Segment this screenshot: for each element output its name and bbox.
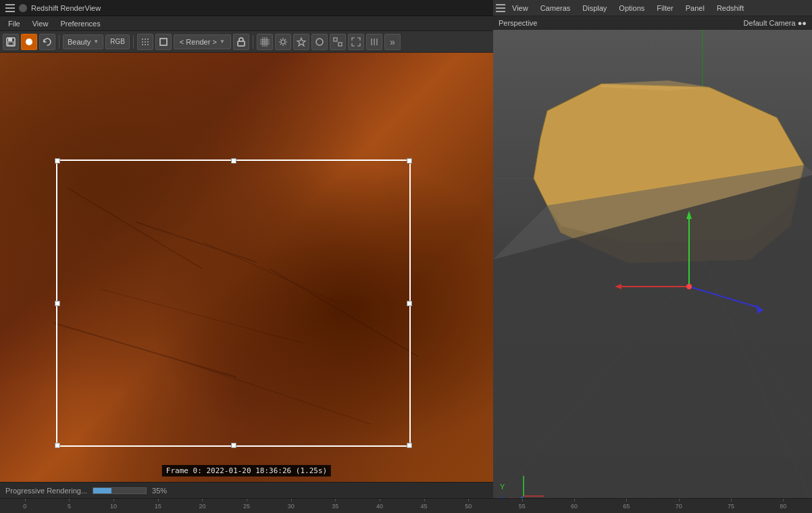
svg-text:X: X [510,496,515,498]
tick-30: 30 [269,503,313,510]
viewport-options-menu[interactable]: Options [613,3,650,14]
hamburger-icon[interactable] [5,4,15,12]
svg-point-12 [147,44,149,45]
viewport-cameras-menu[interactable]: Cameras [535,3,576,14]
svg-point-6 [147,39,149,40]
record-button[interactable] [21,34,37,50]
preferences-menu[interactable]: Preferences [55,18,105,29]
render-button[interactable]: < Render > ▼ [174,34,231,49]
beauty-dropdown[interactable]: Beauty ▼ [63,34,103,49]
rgb-label: RGB [110,38,125,45]
separator-2 [133,35,134,49]
frame-info: Frame 0: 2022-01-20 18:36:26 (1.25s) [162,465,331,477]
burst-button[interactable] [293,34,309,50]
rtick-55: 55 [496,503,548,510]
tick-20: 20 [180,503,225,510]
compare-button[interactable] [366,34,382,50]
rtick-60: 60 [548,503,600,510]
grid-toggle-button[interactable] [257,34,273,50]
crop-handle-tc[interactable] [231,158,236,164]
viewport-background: X Y Z [493,30,812,498]
status-bar: Progressive Rendering... 35% [0,482,493,498]
render-background: Frame 0: 2022-01-20 18:36:26 (1.25s) [0,53,493,482]
svg-text:Z: Z [500,496,505,498]
render-arrow: ▼ [220,39,225,45]
dropdown-arrow: ▼ [93,39,99,45]
viewport-view-menu[interactable]: View [507,3,534,14]
camera-label: Default Camera ●● [744,19,807,27]
svg-point-4 [142,39,143,40]
rtick-65: 65 [601,503,653,510]
crop-handle-bc[interactable] [231,443,236,448]
crop-handle-br[interactable] [407,443,412,448]
svg-text:Y: Y [500,483,505,491]
svg-line-26 [280,39,281,39]
grid-icon-button[interactable] [137,34,153,50]
timeline-right: 55 60 65 70 75 80 [493,498,812,513]
tick-10: 10 [91,503,136,510]
tick-15: 15 [136,503,180,510]
viewport-hamburger-icon[interactable] [496,4,505,12]
file-menu[interactable]: File [3,18,26,29]
progress-bar-fill [93,488,111,493]
viewport-canvas[interactable]: X Y Z [493,30,812,498]
crop-handle-bl[interactable] [55,443,60,448]
rgb-button[interactable]: RGB [105,34,130,49]
window-title: Redshift RenderView [31,4,101,12]
separator-3 [253,35,253,49]
svg-point-21 [281,40,285,44]
svg-point-9 [147,41,149,43]
svg-point-31 [316,39,323,45]
tick-5: 5 [47,503,92,510]
perspective-label: Perspective [499,19,537,27]
view-menu[interactable]: View [27,18,54,29]
viewport-filter-menu[interactable]: Filter [651,3,678,14]
svg-rect-14 [238,41,245,46]
rtick-75: 75 [705,503,757,510]
lock-button[interactable] [233,34,249,50]
separator-1 [59,35,59,49]
viewport-redshift-menu[interactable]: Redshift [711,3,749,14]
svg-line-29 [280,43,281,44]
rtick-70: 70 [653,503,705,510]
close-button[interactable] [19,4,27,12]
svg-rect-1 [8,38,12,41]
save-button[interactable] [3,34,19,50]
expand-button[interactable] [348,34,364,50]
crop-handle-mr[interactable] [407,301,412,306]
crop-handle-tr[interactable] [407,158,412,164]
svg-point-10 [142,44,143,45]
crop-handle-ml[interactable] [55,301,60,306]
render-canvas: Frame 0: 2022-01-20 18:36:26 (1.25s) [0,53,493,482]
rtick-80: 80 [757,503,809,510]
crop-handle-tl[interactable] [55,158,60,164]
progress-label: Progressive Rendering... [5,487,87,495]
timeline-left: 0 5 10 15 20 25 30 35 40 45 50 [0,498,493,513]
refresh-button[interactable] [39,34,55,50]
tick-50: 50 [446,503,490,510]
svg-rect-2 [8,42,14,45]
crop-button[interactable] [155,34,172,50]
svg-point-62 [686,284,692,289]
viewport-panel-menu[interactable]: Panel [680,3,710,14]
beauty-label: Beauty [68,38,91,46]
svg-rect-13 [160,39,167,45]
progress-bar [93,487,147,494]
svg-marker-30 [297,38,305,46]
tick-45: 45 [402,503,447,510]
svg-point-5 [145,39,146,40]
light-button[interactable] [275,34,291,50]
viewport-display-menu[interactable]: Display [577,3,612,14]
render-label: < Render > [180,38,217,46]
tick-40: 40 [357,503,402,510]
crop-box [56,160,411,447]
circle-button[interactable] [311,34,328,50]
viewport-menubar: View Cameras Display Options Filter Pane… [493,0,812,16]
toolbar: Beauty ▼ RGB < Render > ▼ [0,31,493,53]
more-options-button[interactable]: » [384,34,401,50]
focus-button[interactable] [330,34,346,50]
svg-rect-32 [334,38,337,41]
svg-point-8 [145,41,146,43]
viewport-header: Perspective Default Camera ●● [493,16,812,30]
title-bar: Redshift RenderView [0,0,493,16]
